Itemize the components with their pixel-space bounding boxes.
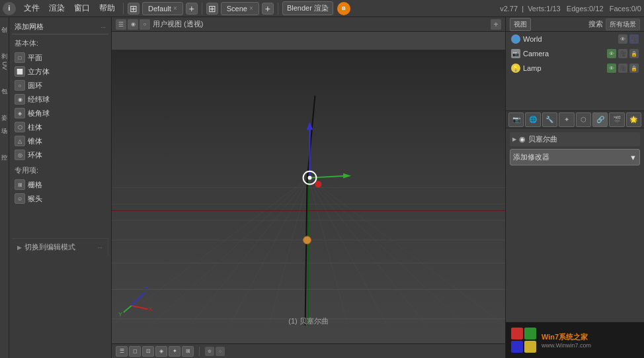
circle-icon: ○ (15, 80, 25, 91)
vtool-create[interactable]: 创 (0, 20, 9, 24)
mesh-icosphere[interactable]: ◈ 棱角球 (12, 107, 108, 120)
scene-add[interactable]: + (262, 3, 274, 15)
manipulator-btn[interactable]: ✦ (169, 346, 181, 357)
cone-icon: △ (15, 136, 25, 146)
plane-icon: □ (15, 52, 25, 63)
view-tab[interactable]: 视图 (510, 18, 531, 31)
menu-help[interactable]: 帮助 (95, 1, 119, 15)
view-mode-btn[interactable]: ☰ (116, 346, 128, 357)
viewport-menu-btn[interactable]: ☰ (116, 19, 126, 30)
torus-icon: ◎ (15, 150, 25, 160)
camera-render[interactable]: 🎥 (618, 49, 627, 58)
camera-visibility[interactable]: 👁 (607, 49, 616, 58)
viewport-view-btn[interactable]: ◉ (128, 19, 138, 30)
prop-tab-object[interactable]: ✦ (559, 112, 574, 127)
watermark-url: www.Winwin7.com (542, 342, 591, 349)
mesh-cone[interactable]: △ 锥体 (12, 134, 108, 148)
mesh-plane[interactable]: □ 平面 (12, 51, 108, 64)
vtool-scene[interactable]: 场 (0, 121, 9, 125)
outliner-item-camera[interactable]: 📷 Camera 👁 🎥 🔒 (506, 46, 644, 61)
edit-mode-arrow: ▶ (17, 244, 22, 251)
search-label[interactable]: 搜索 (588, 19, 603, 29)
pivot-btn[interactable]: ◈ (155, 346, 167, 357)
lamp-render[interactable]: 🎥 (618, 64, 627, 73)
viewport-mode-btn[interactable]: ○ (140, 19, 150, 30)
layer-btn[interactable]: ⊞ (182, 346, 194, 357)
outliner-item-world[interactable]: 🌐 World 👁 🎥 (506, 32, 644, 46)
scene-icon[interactable]: ⊞ (206, 3, 218, 15)
vtool-uv[interactable]: 剥 (0, 46, 9, 50)
scene-tab[interactable]: Scene × (221, 2, 259, 15)
vtool-ctrl[interactable]: 控 (0, 148, 9, 152)
edit-mode-dots: ··· (97, 244, 102, 251)
workspace-add[interactable]: + (186, 3, 198, 15)
mesh-torus[interactable]: ◎ 环体 (12, 148, 108, 161)
info-icon[interactable]: i (3, 2, 16, 15)
render-engine-dropdown[interactable]: Blender 渲染 (282, 1, 333, 15)
right-panel: 视图 搜索 所有场景 🌐 World 👁 🎥 📷 Camera 👁 (505, 17, 644, 358)
menu-file[interactable]: 文件 (20, 1, 44, 15)
sep (199, 347, 200, 356)
world-render[interactable]: 🎥 (629, 34, 639, 44)
right-header-tabs: 视图 (510, 18, 531, 31)
outliner-item-lamp[interactable]: 💡 Lamp 👁 🎥 🔒 (506, 61, 644, 75)
prop-tab-modifier[interactable]: 🔗 (592, 112, 608, 127)
viewport-canvas[interactable]: Z X Y (1) 贝塞尔曲 (112, 32, 505, 343)
panel-dots: ··· (101, 24, 106, 30)
draw-type-btn[interactable]: ⊡ (142, 346, 154, 357)
world-visibility[interactable]: 👁 (618, 34, 627, 44)
main-layout: 创 剥 UV 包 姿 场 控 添加网格 ··· 基本体: □ 平面 ⬜ 立方体 … (0, 17, 644, 358)
viewport-bottom-bar: ☰ ◻ ⊡ ◈ ✦ ⊞ ⊕ ○ (112, 343, 505, 358)
prop-tab-physics[interactable]: 🌟 (626, 112, 641, 127)
menu-render[interactable]: 渲染 (45, 1, 69, 15)
left-toolbar: 创 剥 UV 包 姿 场 控 (0, 17, 9, 358)
vtool-pose[interactable]: 姿 (0, 108, 9, 112)
menu-window[interactable]: 窗口 (70, 1, 94, 15)
switch-edit-mode[interactable]: ▶ 切换到编辑模式 ··· (12, 238, 108, 255)
camera-controls: 👁 🎥 🔒 (607, 49, 639, 58)
icosphere-icon: ◈ (15, 108, 25, 118)
mesh-cylinder[interactable]: ⬡ 柱体 (12, 120, 108, 134)
prop-tab-particles[interactable]: 🎬 (609, 112, 624, 127)
workspace-icon-left[interactable]: ⊞ (128, 3, 140, 15)
add-modifier-btn[interactable]: 添加修改器 ▼ (510, 149, 640, 165)
bezier-icon: ◉ (519, 135, 526, 144)
shading-btn[interactable]: ◻ (129, 346, 141, 357)
grid-icon: ⊞ (15, 179, 25, 190)
workspace-tab-default[interactable]: Default × (142, 2, 183, 15)
proportional-btn[interactable]: ○ (216, 347, 225, 356)
vtool-wrap[interactable]: 包 (0, 81, 9, 85)
prop-tab-constraint[interactable]: ⬡ (576, 112, 591, 127)
snap-btn[interactable]: ⊕ (205, 347, 214, 356)
mesh-monkey[interactable]: ☺ 猴头 (12, 192, 108, 205)
vtool-uv2[interactable]: UV (1, 60, 9, 72)
outliner-header: 视图 搜索 所有场景 (506, 17, 644, 32)
mesh-uvsphere[interactable]: ◉ 经纬球 (12, 93, 108, 106)
blender-logo: B (337, 2, 350, 15)
uvsphere-icon: ◉ (15, 94, 25, 105)
svg-point-33 (303, 236, 311, 244)
sep3 (278, 3, 278, 15)
cube-icon: ⬜ (15, 66, 25, 77)
properties-tabs: 📷 🌐 🔧 ✦ ⬡ 🔗 🎬 🌟 (506, 111, 644, 128)
prop-tab-render[interactable]: 📷 (508, 112, 524, 127)
special-section-header: 专用项: (12, 164, 108, 177)
filter-dropdown[interactable]: 所有场景 (606, 19, 640, 30)
watermark-text-container: Win7系统之家 www.Winwin7.com (542, 332, 591, 349)
prop-tab-world[interactable]: 🔧 (542, 112, 557, 127)
lamp-visibility[interactable]: 👁 (607, 64, 616, 73)
svg-text:X: X (149, 306, 153, 312)
viewport[interactable]: ☰ ◉ ○ 用户视图 (透视) + (112, 17, 505, 358)
mesh-grid[interactable]: ⊞ 栅格 (12, 178, 108, 191)
viewport-add-btn[interactable]: + (491, 19, 501, 30)
svg-rect-43 (524, 341, 536, 353)
world-controls: 👁 🎥 (618, 34, 639, 44)
svg-point-32 (315, 181, 321, 188)
lamp-lock[interactable]: 🔒 (629, 64, 639, 73)
camera-lock[interactable]: 🔒 (629, 49, 639, 58)
top-bar: i 文件 渲染 窗口 帮助 ⊞ Default × + ⊞ Scene × + … (0, 0, 644, 17)
prop-tab-scene[interactable]: 🌐 (525, 112, 540, 127)
mesh-circle[interactable]: ○ 圆环 (12, 79, 108, 92)
svg-text:Y: Y (118, 311, 122, 318)
mesh-cube[interactable]: ⬜ 立方体 (12, 65, 108, 78)
